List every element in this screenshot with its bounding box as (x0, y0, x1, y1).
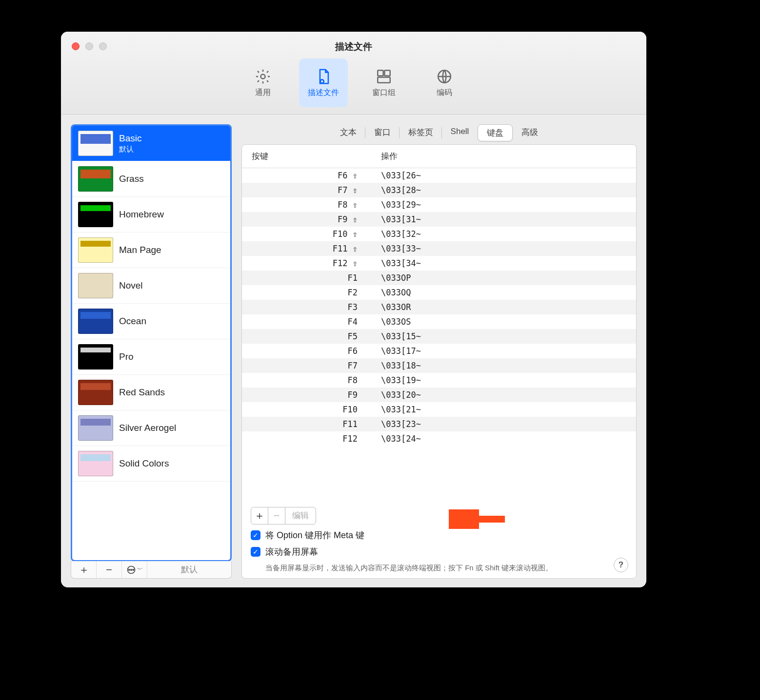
window-title: 描述文件 (61, 40, 646, 53)
profile-row[interactable]: Basic默认 (72, 126, 230, 161)
edit-binding-button[interactable]: 编辑 (285, 507, 316, 525)
profile-menu-button[interactable]: ﹀ (122, 561, 147, 578)
subtab-高级[interactable]: 高级 (513, 124, 547, 141)
action-cell: \033[29~ (371, 200, 636, 210)
remove-binding-button[interactable]: − (268, 507, 285, 525)
toolbar-label: 描述文件 (308, 88, 339, 98)
profiles-list[interactable]: Basic默认GrassHomebrewMan PageNovelOceanPr… (71, 124, 232, 562)
keyboard-panel: 按键 操作 F6 ⇧\033[26~F7 ⇧\033[28~F8 ⇧\033[2… (241, 144, 637, 579)
profile-row[interactable]: Man Page (72, 233, 230, 268)
subtab-窗口[interactable]: 窗口 (365, 124, 400, 141)
action-cell: \033OR (371, 302, 636, 312)
action-cell: \033[26~ (371, 171, 636, 180)
key-cell: F12 (242, 434, 371, 444)
profile-row[interactable]: Solid Colors (72, 446, 230, 482)
action-cell: \033[19~ (371, 375, 636, 385)
key-cell: F7 (242, 361, 371, 370)
table-row[interactable]: F10\033[21~ (242, 402, 636, 417)
table-row[interactable]: F7\033[18~ (242, 358, 636, 373)
profile-row[interactable]: Homebrew (72, 197, 230, 233)
toolbar-general[interactable]: 通用 (239, 58, 287, 107)
profile-row[interactable]: Red Sands (72, 375, 230, 410)
scroll-alt-checkbox[interactable]: ✓ 滚动备用屏幕 (251, 546, 627, 558)
globe-icon (436, 68, 453, 85)
profile-row[interactable]: Grass (72, 161, 230, 197)
profile-thumbnail (78, 415, 113, 441)
profile-thumbnail (78, 273, 113, 298)
action-cell: \033[32~ (371, 229, 636, 239)
subtab-键盘[interactable]: 键盘 (478, 124, 513, 141)
action-cell: \033[20~ (371, 390, 636, 400)
add-binding-button[interactable]: ＋ (251, 507, 268, 525)
key-cell: F10 (242, 405, 371, 414)
preferences-window: 描述文件 通用 描述文件 窗口组 (61, 32, 646, 587)
action-cell: \033[18~ (371, 361, 636, 370)
col-key-label: 按键 (242, 151, 371, 162)
table-row[interactable]: F9 ⇧\033[31~ (242, 212, 636, 227)
profile-row[interactable]: Pro (72, 339, 230, 375)
table-row[interactable]: F11\033[23~ (242, 417, 636, 431)
subtabs: 文本窗口标签页Shell键盘高级 (241, 124, 637, 141)
profile-name: Homebrew (119, 209, 164, 220)
key-cell: F6 ⇧ (242, 171, 371, 180)
table-row[interactable]: F6 ⇧\033[26~ (242, 168, 636, 183)
table-row[interactable]: F8 ⇧\033[29~ (242, 197, 636, 212)
key-cell: F11 (242, 419, 371, 429)
profile-name: Solid Colors (119, 458, 169, 469)
help-button[interactable]: ? (614, 558, 628, 572)
table-row[interactable]: F8\033[19~ (242, 373, 636, 388)
svg-point-7 (128, 569, 129, 570)
option-as-meta-checkbox[interactable]: ✓ 将 Option 键用作 Meta 键 (251, 529, 627, 541)
table-row[interactable]: F12\033[24~ (242, 431, 636, 446)
titlebar: 描述文件 通用 描述文件 窗口组 (61, 32, 646, 115)
profile-name: Pro (119, 351, 134, 362)
profile-row[interactable]: Novel (72, 268, 230, 304)
key-cell: F6 (242, 346, 371, 356)
checkbox-checked-icon: ✓ (251, 547, 260, 557)
table-row[interactable]: F5\033[15~ (242, 329, 636, 344)
key-cell: F8 ⇧ (242, 200, 371, 210)
table-row[interactable]: F11 ⇧\033[33~ (242, 241, 636, 256)
key-cell: F8 (242, 375, 371, 385)
profile-thumbnail (78, 451, 113, 476)
profile-row[interactable]: Silver Aerogel (72, 410, 230, 446)
content-body: Basic默认GrassHomebrewMan PageNovelOceanPr… (61, 115, 646, 587)
svg-point-9 (133, 569, 134, 570)
subtab-标签页[interactable]: 标签页 (400, 124, 442, 141)
table-row[interactable]: F6\033[17~ (242, 344, 636, 358)
toolbar-profiles[interactable]: 描述文件 (299, 58, 348, 107)
col-action-label: 操作 (371, 151, 636, 162)
key-cell: F9 ⇧ (242, 214, 371, 224)
profile-name: Silver Aerogel (119, 423, 176, 433)
toolbar-window-groups[interactable]: 窗口组 (360, 58, 408, 107)
remove-profile-button[interactable]: − (97, 561, 122, 578)
right-panel: 文本窗口标签页Shell键盘高级 按键 操作 F6 ⇧\033[26~F7 ⇧\… (241, 124, 637, 579)
profile-thumbnail (78, 344, 113, 369)
table-row[interactable]: F12 ⇧\033[34~ (242, 256, 636, 271)
profile-thumbnail (78, 309, 113, 334)
table-row[interactable]: F3\033OR (242, 300, 636, 314)
profile-row[interactable]: Ocean (72, 304, 230, 339)
profile-subtitle: 默认 (119, 145, 141, 154)
profile-name: Basic (119, 133, 141, 144)
table-row[interactable]: F2\033OQ (242, 285, 636, 300)
toolbar-encoding[interactable]: 编码 (420, 58, 469, 107)
profile-name: Novel (119, 280, 143, 291)
checkbox-checked-icon: ✓ (251, 530, 260, 540)
profile-thumbnail (78, 237, 113, 263)
table-row[interactable]: F1\033OP (242, 271, 636, 285)
svg-rect-3 (384, 70, 390, 76)
table-row[interactable]: F7 ⇧\033[28~ (242, 183, 636, 197)
table-row[interactable]: F10 ⇧\033[32~ (242, 227, 636, 241)
panel-footer: ＋ − 编辑 ✓ 将 Option 键用作 Meta 键 ✓ 滚动备用屏幕 当备… (242, 500, 636, 579)
key-cell: F5 (242, 331, 371, 341)
add-profile-button[interactable]: ＋ (71, 561, 97, 578)
key-bindings-table[interactable]: F6 ⇧\033[26~F7 ⇧\033[28~F8 ⇧\033[29~F9 ⇧… (242, 168, 636, 500)
subtab-文本[interactable]: 文本 (331, 124, 365, 141)
key-cell: F2 (242, 288, 371, 297)
svg-rect-4 (378, 77, 390, 82)
table-row[interactable]: F9\033[20~ (242, 388, 636, 402)
table-row[interactable]: F4\033OS (242, 314, 636, 329)
profile-thumbnail (78, 202, 113, 227)
subtab-Shell[interactable]: Shell (442, 124, 478, 141)
